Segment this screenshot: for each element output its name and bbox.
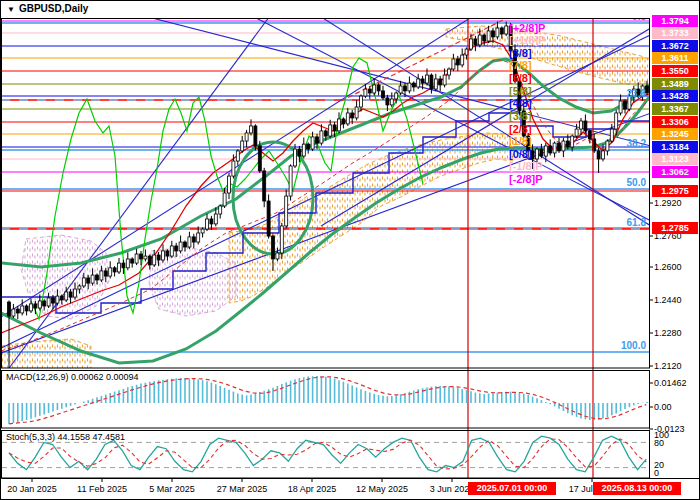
murrey-label: [5/8] xyxy=(509,85,532,97)
price-tag: 1.3733 xyxy=(652,27,698,39)
price-axis-tick: 1.2280 xyxy=(654,328,700,338)
symbol-label: GBPUSD,Daily xyxy=(19,3,88,14)
symbol-bar: ▼GBPUSD,Daily xyxy=(7,3,88,14)
macd-signal-line xyxy=(9,377,646,424)
price-axis-tick: 1.2920 xyxy=(654,198,700,208)
fib-label: 50.0 xyxy=(627,177,647,188)
event-timestamp-box: 2025.08.13 00:00 xyxy=(593,482,681,495)
fib-label: 100.0 xyxy=(621,340,646,351)
price-tag: 1.3184 xyxy=(652,141,698,153)
murrey-label: [+1/8]P xyxy=(509,34,545,46)
murrey-label: [-2/8]P xyxy=(509,173,543,185)
stoch-axis-tick: 0 xyxy=(654,468,700,478)
fib-label: 61.8 xyxy=(627,217,647,228)
murrey-label: [3/8] xyxy=(509,110,532,122)
murrey-label: [8/8] xyxy=(509,47,532,59)
price-tag: 1.3794 xyxy=(652,15,698,27)
fib-label: 23.6 xyxy=(627,88,647,99)
murrey-label: [+2/8]P xyxy=(509,22,545,34)
price-tag: 1.3245 xyxy=(652,128,698,140)
date-label: 27 Mar 2025 xyxy=(217,484,268,494)
date-label: 12 May 2025 xyxy=(356,484,408,494)
price-axis-tick: 1.2600 xyxy=(654,262,700,272)
price-tag: 1.3550 xyxy=(652,65,698,77)
fib-label: 38.2 xyxy=(627,138,647,149)
chevron-down-icon[interactable]: ▼ xyxy=(7,5,15,14)
fib-label: 0.8 xyxy=(632,11,646,22)
macd-axis-tick: 0.00 xyxy=(654,402,700,412)
main-pane: [+2/8]P[+1/8]P[8/8][7/8][6/8][5/8][4/8][… xyxy=(1,1,700,396)
event-timestamp-box: 2025.07.01 00:00 xyxy=(468,482,556,495)
murrey-label: [6/8] xyxy=(509,72,532,84)
date-label: 11 Feb 2025 xyxy=(77,484,127,494)
murrey-label: [4/8] xyxy=(509,97,532,109)
stoch-axis-tick: 80 xyxy=(654,438,700,448)
price-tag: 1.3123 xyxy=(652,153,698,165)
price-tag: 1.3062 xyxy=(652,166,698,178)
murrey-label: [7/8] xyxy=(509,59,532,71)
macd-axis-tick: 0.01462 xyxy=(654,378,700,388)
murrey-label: [1/8] xyxy=(509,135,532,147)
murrey-label: [0/8] xyxy=(509,148,532,160)
murrey-label: [-1/8]P xyxy=(509,160,543,172)
chart-canvas[interactable]: [+2/8]P[+1/8]P[8/8][7/8][6/8][5/8][4/8][… xyxy=(1,1,700,500)
date-label: 20 Jan 2025 xyxy=(7,484,57,494)
price-tag: 1.3306 xyxy=(652,116,698,128)
date-label: 18 Apr 2025 xyxy=(288,484,337,494)
macd-pane xyxy=(9,376,647,424)
stoch-d-line xyxy=(9,439,646,469)
price-tag: 1.3428 xyxy=(652,90,698,102)
price-tag: 1.3489 xyxy=(652,78,698,90)
chart-window: ▼GBPUSD,Daily [+2/8]P[+1/8]P[8/8][7/8][6… xyxy=(0,0,700,500)
price-tag: 1.2975 xyxy=(652,185,698,197)
price-axis-tick: 1.2120 xyxy=(654,361,700,371)
price-tag: 1.3611 xyxy=(652,52,698,64)
stoch-indicator-label: Stoch(5,3,3) 44.1558 47.4581 xyxy=(6,432,125,442)
macd-indicator-label: MACD(12,26,9) 0.00062 0.00094 xyxy=(6,372,139,382)
murrey-label: [2/8] xyxy=(509,123,532,135)
price-tag: 1.2785 xyxy=(652,222,698,234)
date-label: 5 Mar 2025 xyxy=(149,484,195,494)
price-tag: 1.3367 xyxy=(652,103,698,115)
price-axis-tick: 1.2440 xyxy=(654,295,700,305)
price-tag: 1.3672 xyxy=(652,40,698,52)
